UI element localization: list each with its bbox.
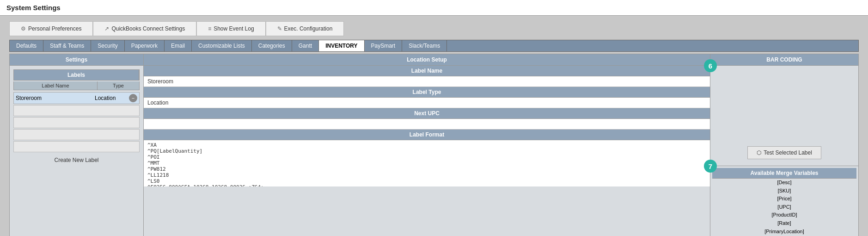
merge-var-item[interactable]: [ProductID]: [712, 211, 856, 219]
labels-table-header: Labels: [13, 69, 140, 81]
middle-panel: Label Name Label Type Next UPC Label For…: [144, 66, 710, 236]
subnav-inventory[interactable]: INVENTORY: [319, 40, 364, 51]
page-title: System Settings: [6, 4, 61, 12]
edit-icon: ✎: [277, 25, 282, 32]
label-row-empty-3: [13, 129, 140, 140]
list-icon: ≡: [208, 25, 211, 32]
label-name-header: Label Name: [144, 66, 710, 76]
subnav-paperwork[interactable]: Paperwork: [125, 40, 165, 51]
label-row-empty-4: [13, 141, 140, 152]
label-name-cell: Storeroom: [16, 95, 95, 101]
test-selected-label-button[interactable]: ⬡ Test Selected Label: [747, 146, 821, 159]
subnav-gantt[interactable]: Gantt: [292, 40, 319, 51]
sub-nav: Defaults Staff & Teams Security Paperwor…: [9, 40, 859, 52]
label-row-empty-1: [13, 105, 140, 116]
subnav-defaults[interactable]: Defaults: [10, 40, 43, 51]
format-scroll-container: ^XA ^PQ[LabelQuantity] ^POI ^MMT ^PW812 …: [144, 140, 710, 188]
tab-eventlog-label: Show Event Log: [214, 25, 254, 32]
label-setup-area: [714, 69, 855, 143]
labels-title: Labels: [14, 70, 139, 80]
merge-vars-header: Available Merge Variables: [712, 168, 856, 179]
label-type-cell: Location: [95, 95, 127, 101]
panels-container: Labels Label Name Type Storeroom Locatio…: [9, 65, 859, 236]
label-name-section: Label Name: [144, 66, 710, 87]
tab-personal-label: Personal Preferences: [28, 25, 81, 32]
subnav-categories[interactable]: Categories: [252, 40, 292, 51]
labels-col-headers: Label Name Type: [13, 81, 140, 90]
subnav-slackteams[interactable]: Slack/Teams: [402, 40, 447, 51]
top-tabs: ⚙ Personal Preferences ↗ QuickBooks Conn…: [9, 21, 859, 36]
merge-var-item[interactable]: [Rate]: [712, 219, 856, 228]
test-label-text: Test Selected Label: [764, 149, 812, 156]
merge-variables-section: 7 Available Merge Variables [Desc][SKU][…: [710, 166, 858, 236]
next-upc-input[interactable]: [144, 119, 710, 130]
label-name-input[interactable]: [144, 76, 710, 87]
tab-quickbooks-label: QuickBooks Connect Settings: [111, 25, 185, 32]
label-type-input[interactable]: [144, 98, 710, 108]
label-format-section: Label Format ^XA ^PQ[LabelQuantity] ^POI…: [144, 130, 710, 188]
label-format-textarea[interactable]: ^XA ^PQ[LabelQuantity] ^POI ^MMT ^PW812 …: [144, 140, 710, 186]
label-type-header: Label Type: [144, 87, 710, 98]
label-setup-section: 6 ⬡ Test Selected Label: [710, 66, 858, 166]
next-upc-header: Next UPC: [144, 108, 710, 119]
subnav-paysmart[interactable]: PaySmart: [365, 40, 403, 51]
merge-var-item[interactable]: [UPC]: [712, 203, 856, 211]
panel-header-barcoding: BAR CODING: [710, 54, 858, 65]
label-format-header: Label Format: [144, 130, 710, 140]
main-content: ⚙ Personal Preferences ↗ QuickBooks Conn…: [0, 16, 868, 236]
subnav-email[interactable]: Email: [165, 40, 192, 51]
merge-var-item[interactable]: [Price]: [712, 195, 856, 203]
merge-var-item[interactable]: [PrimaryLocation]: [712, 228, 856, 236]
panel-header-settings: Settings: [10, 54, 144, 65]
title-bar: System Settings: [0, 0, 868, 16]
page-wrapper: System Settings ⚙ Personal Preferences ↗…: [0, 0, 868, 236]
left-panel: Labels Label Name Type Storeroom Locatio…: [10, 66, 144, 236]
col-header-type: Type: [98, 81, 139, 90]
quickbooks-icon: ↗: [104, 25, 109, 32]
merge-vars-list: [Desc][SKU][Price][UPC][ProductID][Rate]…: [712, 179, 856, 236]
tab-exec-label: Exec. Configuration: [284, 25, 333, 32]
remove-label-button[interactable]: −: [129, 94, 137, 102]
col-header-name: Label Name: [14, 81, 98, 90]
label-type-section: Label Type: [144, 87, 710, 108]
badge-7: 7: [704, 160, 717, 173]
label-row[interactable]: Storeroom Location −: [13, 92, 140, 104]
panel-header-location: Location Setup: [144, 54, 710, 65]
merge-var-item[interactable]: [SKU]: [712, 187, 856, 195]
test-label-icon: ⬡: [757, 149, 761, 156]
tab-personal[interactable]: ⚙ Personal Preferences: [9, 21, 93, 36]
tab-exec[interactable]: ✎ Exec. Configuration: [266, 21, 344, 36]
panel-headers: Settings Location Setup BAR CODING: [9, 54, 859, 65]
subnav-customizable[interactable]: Customizable Lists: [192, 40, 252, 51]
right-panel: 6 ⬡ Test Selected Label 7 Available Merg…: [710, 66, 858, 236]
badge-6: 6: [704, 59, 717, 72]
merge-var-item[interactable]: [Desc]: [712, 179, 856, 187]
gear-icon: ⚙: [21, 25, 26, 32]
create-new-label[interactable]: Create New Label: [13, 154, 140, 166]
subnav-security[interactable]: Security: [91, 40, 124, 51]
label-row-empty-2: [13, 117, 140, 128]
next-upc-section: Next UPC: [144, 108, 710, 130]
subnav-staff[interactable]: Staff & Teams: [43, 40, 91, 51]
tab-quickbooks[interactable]: ↗ QuickBooks Connect Settings: [93, 21, 196, 36]
tab-eventlog[interactable]: ≡ Show Event Log: [196, 21, 265, 36]
